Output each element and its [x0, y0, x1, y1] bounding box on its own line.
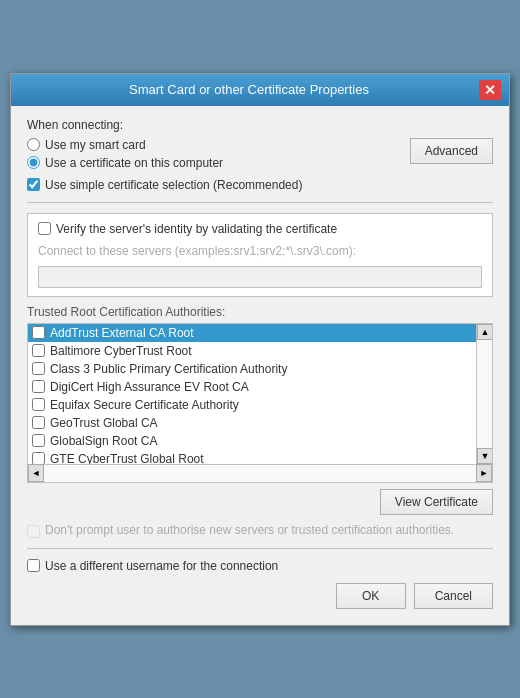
cert-checkbox-7[interactable] — [32, 452, 45, 464]
scroll-down-button[interactable]: ▼ — [477, 448, 493, 464]
dialog-window: Smart Card or other Certificate Properti… — [10, 73, 510, 626]
scroll-track-h — [44, 465, 476, 482]
scroll-left-button[interactable]: ◄ — [28, 464, 44, 482]
horizontal-scrollbar[interactable]: ◄ ► — [28, 464, 492, 482]
radio-group: Use my smart card Use a certificate on t… — [27, 138, 302, 192]
dont-prompt-checkbox[interactable] — [27, 525, 40, 538]
trusted-label: Trusted Root Certification Authorities: — [27, 305, 493, 319]
list-item[interactable]: AddTrust External CA Root — [28, 324, 492, 342]
dialog-content: When connecting: Use my smart card Use a… — [11, 106, 509, 625]
list-item[interactable]: GeoTrust Global CA — [28, 414, 492, 432]
radio-smart-card-label: Use my smart card — [45, 138, 146, 152]
connect-servers-input[interactable] — [38, 266, 482, 288]
when-connecting-label: When connecting: — [27, 118, 493, 132]
view-certificate-button[interactable]: View Certificate — [380, 489, 493, 515]
cert-label-2: Class 3 Public Primary Certification Aut… — [50, 362, 287, 376]
list-item[interactable]: GlobalSign Root CA — [28, 432, 492, 450]
dont-prompt-row: Don't prompt user to authorise new serve… — [27, 523, 493, 538]
cert-label-1: Baltimore CyberTrust Root — [50, 344, 192, 358]
simple-cert-checkbox[interactable] — [27, 178, 40, 191]
view-cert-row: View Certificate — [27, 489, 493, 515]
cert-list-scroll[interactable]: AddTrust External CA Root Baltimore Cybe… — [28, 324, 492, 464]
dialog-title: Smart Card or other Certificate Properti… — [19, 82, 479, 97]
list-item[interactable]: GTE CyberTrust Global Root — [28, 450, 492, 464]
cert-list-container: AddTrust External CA Root Baltimore Cybe… — [27, 323, 493, 483]
vertical-scrollbar[interactable]: ▲ ▼ — [476, 324, 492, 464]
cert-checkbox-4[interactable] — [32, 398, 45, 411]
list-item[interactable]: Class 3 Public Primary Certification Aut… — [28, 360, 492, 378]
verify-server-checkbox[interactable] — [38, 222, 51, 235]
ok-cancel-row: OK Cancel — [27, 583, 493, 613]
ok-button[interactable]: OK — [336, 583, 406, 609]
list-scroll-wrapper: AddTrust External CA Root Baltimore Cybe… — [28, 324, 492, 464]
list-item[interactable]: Equifax Secure Certificate Authority — [28, 396, 492, 414]
cert-checkbox-3[interactable] — [32, 380, 45, 393]
radio-smart-card[interactable]: Use my smart card — [27, 138, 302, 152]
cert-checkbox-2[interactable] — [32, 362, 45, 375]
divider-1 — [27, 202, 493, 203]
close-button[interactable]: ✕ — [479, 80, 501, 100]
list-item[interactable]: DigiCert High Assurance EV Root CA — [28, 378, 492, 396]
verify-section: Verify the server's identity by validati… — [27, 213, 493, 297]
verify-server-checkbox-label[interactable]: Verify the server's identity by validati… — [38, 222, 482, 236]
scroll-up-button[interactable]: ▲ — [477, 324, 493, 340]
diff-username-checkbox[interactable] — [27, 559, 40, 572]
scroll-track-v — [477, 340, 492, 448]
simple-cert-checkbox-label[interactable]: Use simple certificate selection (Recomm… — [27, 178, 302, 192]
scroll-right-button[interactable]: ► — [476, 464, 492, 482]
divider-2 — [27, 548, 493, 549]
cert-label-6: GlobalSign Root CA — [50, 434, 157, 448]
cert-checkbox-5[interactable] — [32, 416, 45, 429]
dont-prompt-label: Don't prompt user to authorise new serve… — [45, 523, 454, 537]
radio-smart-card-input[interactable] — [27, 138, 40, 151]
list-item[interactable]: Baltimore CyberTrust Root — [28, 342, 492, 360]
title-bar: Smart Card or other Certificate Properti… — [11, 74, 509, 106]
advanced-button[interactable]: Advanced — [410, 138, 493, 164]
cert-label-5: GeoTrust Global CA — [50, 416, 158, 430]
diff-username-label: Use a different username for the connect… — [45, 559, 278, 573]
cancel-button[interactable]: Cancel — [414, 583, 493, 609]
connect-servers-label: Connect to these servers (examples:srv1;… — [38, 244, 482, 258]
verify-server-label: Verify the server's identity by validati… — [56, 222, 337, 236]
radio-cert-computer[interactable]: Use a certificate on this computer — [27, 156, 302, 170]
cert-checkbox-6[interactable] — [32, 434, 45, 447]
cert-label-3: DigiCert High Assurance EV Root CA — [50, 380, 249, 394]
radio-cert-computer-input[interactable] — [27, 156, 40, 169]
radio-advanced-row: Use my smart card Use a certificate on t… — [27, 138, 493, 192]
cert-checkbox-1[interactable] — [32, 344, 45, 357]
cert-label-7: GTE CyberTrust Global Root — [50, 452, 204, 464]
simple-cert-label: Use simple certificate selection (Recomm… — [45, 178, 302, 192]
cert-label-4: Equifax Secure Certificate Authority — [50, 398, 239, 412]
diff-username-checkbox-label[interactable]: Use a different username for the connect… — [27, 559, 493, 573]
radio-cert-computer-label: Use a certificate on this computer — [45, 156, 223, 170]
cert-label-0: AddTrust External CA Root — [50, 326, 194, 340]
cert-checkbox-0[interactable] — [32, 326, 45, 339]
